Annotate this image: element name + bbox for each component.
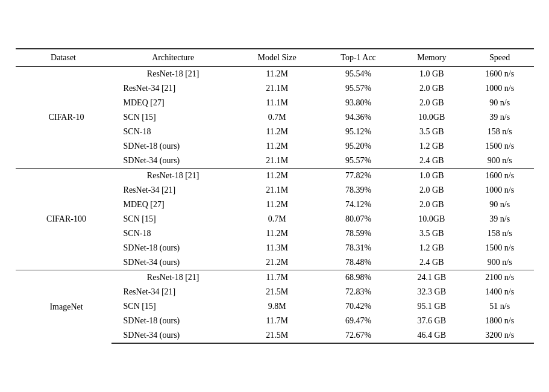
cell-model-size: 21.5M xyxy=(235,328,319,343)
cell-memory: 24.1 GB xyxy=(398,270,466,285)
cell-speed: 39 n/s xyxy=(466,110,534,125)
cell-memory: 2.0 GB xyxy=(398,183,466,198)
cell-architecture: SCN [15] xyxy=(111,110,235,125)
cell-top1-acc: 95.57% xyxy=(319,81,397,96)
cell-top1-acc: 72.67% xyxy=(319,328,397,343)
cell-model-size: 0.7M xyxy=(235,110,319,125)
cell-architecture: SDNet-18 (ours) xyxy=(111,139,235,154)
cell-memory: 2.0 GB xyxy=(398,81,466,96)
cell-speed: 1600 n/s xyxy=(466,169,534,184)
cell-memory: 37.6 GB xyxy=(398,314,466,328)
cell-architecture: SDNet-34 (ours) xyxy=(111,154,235,169)
cell-speed: 158 n/s xyxy=(466,226,534,241)
cell-memory: 46.4 GB xyxy=(398,328,466,343)
cell-architecture: SCN [15] xyxy=(111,299,235,314)
cell-speed: 1000 n/s xyxy=(466,183,534,198)
cell-memory: 2.0 GB xyxy=(398,96,466,110)
cell-top1-acc: 95.12% xyxy=(319,125,397,139)
cell-top1-acc: 95.57% xyxy=(319,154,397,169)
cell-speed: 1000 n/s xyxy=(466,81,534,96)
cell-memory: 3.5 GB xyxy=(398,125,466,139)
cell-memory: 1.0 GB xyxy=(398,169,466,184)
cell-model-size: 21.2M xyxy=(235,255,319,270)
cell-architecture: ResNet-34 [21] xyxy=(111,285,235,299)
cell-memory: 2.4 GB xyxy=(398,255,466,270)
cell-model-size: 21.1M xyxy=(235,81,319,96)
cell-speed: 3200 n/s xyxy=(466,328,534,343)
cell-speed: 1500 n/s xyxy=(466,139,534,154)
table-row: CIFAR-10ResNet-18 [21]11.2M95.54%1.0 GB1… xyxy=(16,67,534,82)
header-row: Dataset Architecture Model Size Top-1 Ac… xyxy=(16,49,534,67)
cell-memory: 10.0GB xyxy=(398,110,466,125)
cell-speed: 1800 n/s xyxy=(466,314,534,328)
cell-top1-acc: 78.59% xyxy=(319,226,397,241)
dataset-label: CIFAR-10 xyxy=(16,67,111,169)
cell-architecture: MDEQ [27] xyxy=(111,198,235,212)
col-speed: Speed xyxy=(466,49,534,67)
cell-speed: 158 n/s xyxy=(466,125,534,139)
cell-memory: 95.1 GB xyxy=(398,299,466,314)
cell-architecture: ResNet-18 [21] xyxy=(111,169,235,184)
cell-memory: 2.4 GB xyxy=(398,154,466,169)
cell-architecture: ResNet-18 [21] xyxy=(111,67,235,82)
cell-speed: 90 n/s xyxy=(466,198,534,212)
cell-top1-acc: 74.12% xyxy=(319,198,397,212)
cell-speed: 51 n/s xyxy=(466,299,534,314)
cell-top1-acc: 69.47% xyxy=(319,314,397,328)
cell-speed: 39 n/s xyxy=(466,212,534,226)
cell-architecture: SDNet-18 (ours) xyxy=(111,241,235,255)
cell-model-size: 21.1M xyxy=(235,154,319,169)
results-table: Dataset Architecture Model Size Top-1 Ac… xyxy=(16,48,534,344)
cell-model-size: 11.2M xyxy=(235,198,319,212)
cell-architecture: SCN-18 xyxy=(111,125,235,139)
cell-memory: 32.3 GB xyxy=(398,285,466,299)
cell-top1-acc: 78.48% xyxy=(319,255,397,270)
cell-architecture: SDNet-18 (ours) xyxy=(111,314,235,328)
cell-speed: 900 n/s xyxy=(466,255,534,270)
cell-top1-acc: 68.98% xyxy=(319,270,397,285)
cell-memory: 10.0GB xyxy=(398,212,466,226)
cell-top1-acc: 80.07% xyxy=(319,212,397,226)
cell-model-size: 0.7M xyxy=(235,212,319,226)
cell-model-size: 11.7M xyxy=(235,314,319,328)
table-row: ImageNetResNet-18 [21]11.7M68.98%24.1 GB… xyxy=(16,270,534,285)
cell-architecture: ResNet-34 [21] xyxy=(111,81,235,96)
cell-speed: 90 n/s xyxy=(466,96,534,110)
cell-speed: 1500 n/s xyxy=(466,241,534,255)
cell-model-size: 11.2M xyxy=(235,226,319,241)
cell-architecture: ResNet-18 [21] xyxy=(111,270,235,285)
cell-speed: 2100 n/s xyxy=(466,270,534,285)
cell-top1-acc: 93.80% xyxy=(319,96,397,110)
cell-model-size: 11.2M xyxy=(235,139,319,154)
cell-architecture: MDEQ [27] xyxy=(111,96,235,110)
cell-model-size: 11.2M xyxy=(235,67,319,82)
cell-top1-acc: 72.83% xyxy=(319,285,397,299)
col-dataset: Dataset xyxy=(16,49,111,67)
cell-speed: 900 n/s xyxy=(466,154,534,169)
dataset-label: CIFAR-100 xyxy=(16,169,111,270)
cell-top1-acc: 95.54% xyxy=(319,67,397,82)
cell-memory: 1.2 GB xyxy=(398,241,466,255)
dataset-label: ImageNet xyxy=(16,270,111,344)
cell-model-size: 21.1M xyxy=(235,183,319,198)
cell-model-size: 21.5M xyxy=(235,285,319,299)
cell-model-size: 11.3M xyxy=(235,241,319,255)
cell-memory: 1.0 GB xyxy=(398,67,466,82)
cell-speed: 1400 n/s xyxy=(466,285,534,299)
cell-model-size: 11.1M xyxy=(235,96,319,110)
cell-architecture: SDNet-34 (ours) xyxy=(111,255,235,270)
cell-top1-acc: 78.31% xyxy=(319,241,397,255)
cell-top1-acc: 78.39% xyxy=(319,183,397,198)
table-row: CIFAR-100ResNet-18 [21]11.2M77.82%1.0 GB… xyxy=(16,169,534,184)
cell-speed: 1600 n/s xyxy=(466,67,534,82)
cell-memory: 3.5 GB xyxy=(398,226,466,241)
col-top1-acc: Top-1 Acc xyxy=(319,49,397,67)
cell-model-size: 11.7M xyxy=(235,270,319,285)
cell-model-size: 11.2M xyxy=(235,125,319,139)
cell-top1-acc: 77.82% xyxy=(319,169,397,184)
col-architecture: Architecture xyxy=(111,49,235,67)
cell-memory: 1.2 GB xyxy=(398,139,466,154)
cell-top1-acc: 70.42% xyxy=(319,299,397,314)
cell-model-size: 11.2M xyxy=(235,169,319,184)
cell-architecture: SDNet-34 (ours) xyxy=(111,328,235,343)
